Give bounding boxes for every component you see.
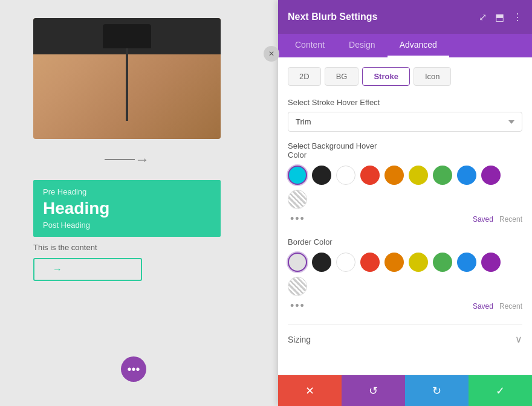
swatch-blue[interactable] (457, 166, 476, 185)
border-swatch-blue[interactable] (457, 253, 476, 272)
redo-button[interactable]: ↻ (405, 375, 469, 406)
border-swatch-orange[interactable] (384, 253, 404, 272)
swatch-black[interactable] (312, 166, 331, 185)
border-swatch-white[interactable] (336, 253, 355, 272)
sizing-header[interactable]: Sizing ∨ (288, 334, 522, 345)
swatch-green[interactable] (433, 166, 452, 185)
border-swatch-black[interactable] (312, 253, 331, 272)
settings-panel: Next Blurb Settings ⤢ ⬒ ⋮ Content Design… (278, 0, 532, 406)
blurb-card: Pre Heading Heading Post Heading (33, 180, 221, 237)
sizing-section: Sizing ∨ (288, 324, 522, 345)
expand-icon[interactable]: ⤢ (479, 11, 487, 23)
undo-button[interactable]: ↺ (342, 375, 405, 406)
panel-header-icons: ⤢ ⬒ ⋮ (479, 11, 522, 23)
tab-content[interactable]: Content (283, 34, 337, 57)
tab-design[interactable]: Design (337, 34, 388, 57)
save-button[interactable]: ✓ (469, 375, 532, 406)
stroke-hover-section: Select Stroke Hover Effect Trim Fade Sli… (288, 98, 522, 141)
sub-tabs: 2D BG Stroke Icon (288, 67, 522, 86)
blurb-outer: Pre Heading Heading Post Heading This is… (33, 180, 221, 281)
panel-tabs: Content Design Advanced (278, 34, 532, 57)
swatch-none[interactable] (288, 190, 307, 209)
blurb-button[interactable]: → (33, 258, 142, 281)
swatch-white[interactable] (336, 166, 355, 185)
preview-panel: Pre Heading Heading Post Heading This is… (0, 0, 254, 406)
swatch-cyan[interactable] (288, 166, 307, 185)
blurb-button-arrow: → (53, 264, 62, 275)
saved-link-border[interactable]: Saved (473, 302, 493, 311)
sub-tab-bg[interactable]: BG (325, 67, 359, 86)
more-colors-btn[interactable]: ••• (290, 213, 305, 225)
cancel-button[interactable]: ✕ (278, 375, 342, 406)
border-swatch-none[interactable] (288, 277, 307, 296)
panel-title: Next Blurb Settings (288, 11, 377, 22)
content-text: This is the content (33, 243, 221, 252)
preview-image (33, 18, 221, 139)
sub-tab-icon[interactable]: Icon (414, 67, 452, 86)
border-color-row (288, 253, 522, 296)
fab-button[interactable]: ••• (121, 356, 146, 382)
border-color-section: Border Color ••• Saved Recent (288, 237, 522, 312)
pre-heading: Pre Heading (43, 187, 211, 196)
swatch-yellow[interactable] (409, 166, 428, 185)
heading: Heading (43, 199, 211, 218)
sub-tab-2d[interactable]: 2D (288, 67, 321, 86)
columns-icon[interactable]: ⬒ (495, 11, 504, 23)
tab-advanced[interactable]: Advanced (388, 34, 449, 57)
panel-header: Next Blurb Settings ⤢ ⬒ ⋮ (278, 0, 532, 34)
border-swatch-red[interactable] (360, 253, 380, 272)
sizing-chevron-icon: ∨ (515, 334, 522, 345)
saved-recent-bg: Saved Recent (473, 215, 522, 224)
saved-link-bg[interactable]: Saved (473, 215, 493, 224)
panel-content: 2D BG Stroke Icon Select Stroke Hover Ef… (278, 57, 532, 375)
recent-link-border[interactable]: Recent (499, 302, 522, 311)
stroke-hover-select[interactable]: Trim Fade Slide (288, 112, 522, 132)
border-color-label: Border Color (288, 237, 522, 246)
more-border-colors-btn[interactable]: ••• (290, 300, 305, 312)
fab-dots-icon: ••• (127, 362, 140, 376)
swatch-purple[interactable] (481, 166, 501, 185)
bg-hover-color-section: Select Background Hover Color ••• Saved (288, 141, 522, 225)
bg-hover-label: Select Background Hover Color (288, 141, 522, 160)
border-swatch-yellow[interactable] (409, 253, 428, 272)
arrow-divider (105, 151, 149, 168)
bg-hover-color-row (288, 166, 522, 209)
recent-link-bg[interactable]: Recent (499, 215, 522, 224)
sub-tab-stroke[interactable]: Stroke (362, 67, 409, 86)
border-swatch-purple[interactable] (481, 253, 501, 272)
swatch-red[interactable] (360, 166, 380, 185)
post-heading: Post Heading (43, 221, 211, 230)
arrow-icon (105, 151, 149, 168)
stroke-hover-label: Select Stroke Hover Effect (288, 98, 522, 107)
sizing-title: Sizing (288, 335, 311, 344)
close-icon: ✕ (268, 50, 274, 58)
action-bar: ✕ ↺ ↻ ✓ (278, 375, 532, 406)
more-icon[interactable]: ⋮ (513, 11, 522, 23)
color-row-actions-border: ••• Saved Recent (288, 300, 522, 312)
panel-close-button[interactable]: ✕ (264, 46, 279, 62)
border-swatch-green[interactable] (433, 253, 452, 272)
saved-recent-border: Saved Recent (473, 302, 522, 311)
swatch-orange[interactable] (384, 166, 404, 185)
border-swatch-selected[interactable] (288, 253, 307, 272)
color-row-actions-bg: ••• Saved Recent (288, 213, 522, 225)
